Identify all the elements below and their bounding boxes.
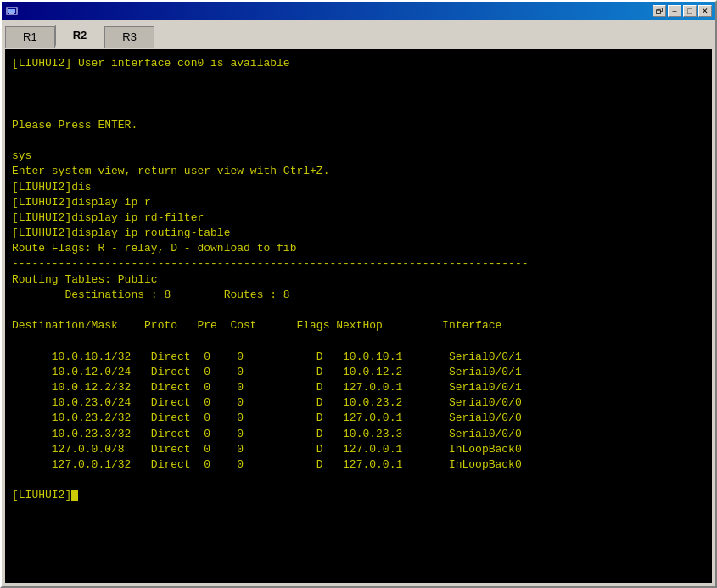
close-button[interactable]: ✕ [698,5,712,17]
svg-rect-2 [9,13,14,14]
terminal-wrapper: [LIUHUI2] User interface con0 is availab… [2,46,715,586]
tab-r3[interactable]: R3 [104,26,154,48]
terminal-output[interactable]: [LIUHUI2] User interface con0 is availab… [5,49,712,583]
tab-bar: R1 R2 R3 [2,20,715,46]
title-bar: 🗗 – □ ✕ [2,2,715,20]
tab-r1[interactable]: R1 [5,26,55,48]
svg-rect-1 [8,9,15,13]
main-window: 🗗 – □ ✕ R1 R2 R3 [LIUHUI2] User interfac… [0,0,717,588]
maximize-button[interactable]: □ [683,5,697,17]
title-bar-buttons: 🗗 – □ ✕ [653,5,712,17]
tab-r2[interactable]: R2 [55,25,105,47]
app-icon [5,4,19,18]
minimize-button[interactable]: – [668,5,681,17]
cursor [71,490,78,501]
restore-button[interactable]: 🗗 [653,5,666,17]
